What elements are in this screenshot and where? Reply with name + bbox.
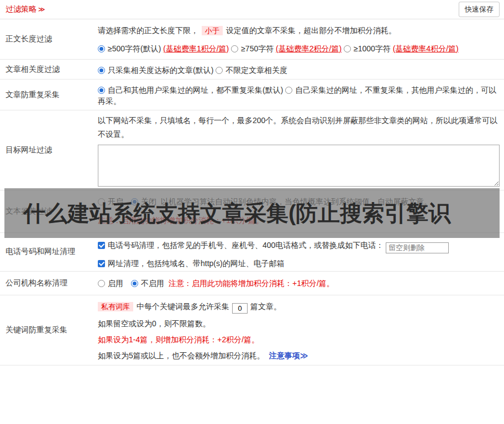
row-target-url: 目标网址过滤 以下网站不采集，只填域名，每行一个，最多200个。系统会自动识别并…: [0, 110, 504, 190]
body-length-intro: 请选择需求的正文长度下限，小于设定值的文章不采集，超出部分不增加积分消耗。: [98, 25, 500, 36]
keyword-limit-line2: 如果留空或设为0，则不限篇数。: [98, 318, 500, 330]
row-label-dedup: 文章防重复采集: [0, 80, 98, 110]
row-content-company-clean: 启用不启用注意：启用此功能将增加积分消耗：+1积分/篇。: [98, 272, 504, 295]
radio-option-750[interactable]: ≥750字符 (基础费率2积分/篇): [231, 44, 344, 53]
radio-label: ≥500字符(默认): [108, 44, 161, 53]
keyword-limit-line4: 如果设为5篇或以上，也不会额外增加积分消耗。注意事项≫: [98, 350, 500, 362]
row-content-target-url: 以下网站不采集，只填域名，每行一个，最多200个。系统会自动识别并屏蔽那些非文章…: [98, 110, 504, 190]
row-content-relevance: 只采集相关度达标的文章(默认) 不限定文章相关度: [98, 60, 504, 79]
radio-checked-icon[interactable]: [131, 280, 138, 287]
checkbox-option-url-clean[interactable]: 网址清理，包括纯域名、带http(s)的网址、电子邮箱: [98, 259, 285, 268]
keyword-limit-text-mid: 中每个关键词最多允许采集: [136, 302, 229, 311]
radio-option-500[interactable]: ≥500字符(默认) (基础费率1积分/篇): [98, 44, 231, 53]
radio-label: 不启用: [141, 279, 164, 288]
row-label-phone-url-clean: 电话号码和网址清理: [0, 233, 98, 271]
keyword-limit-line3: 如果设为1-4篇，则增加积分消耗：+2积分/篇。: [98, 334, 500, 346]
row-label-keyword-limit: 关键词防重复采集: [0, 295, 98, 365]
row-content-keyword-limit: 私有词库中每个关键词最多允许采集篇文章。 如果留空或设为0，则不限篇数。 如果设…: [98, 295, 504, 365]
radio-checked-icon[interactable]: [98, 45, 105, 52]
radio-option-relevance-strict[interactable]: 只采集相关度达标的文章(默认): [98, 66, 216, 75]
radio-option-company-disable[interactable]: 不启用: [131, 279, 164, 288]
checkbox-option-phone-clean[interactable]: 电话号码清理，包括常见的手机号、座机号、400电话格式，或替换成如下电话：: [98, 241, 384, 250]
keyword-limit-text-end: 篇文章。: [250, 302, 281, 311]
radio-unchecked-icon[interactable]: [231, 45, 238, 52]
row-dedup: 文章防重复采集 自己和其他用户采集过的网址，都不重复采集(默认) 自己采集过的网…: [0, 80, 504, 110]
fee-note: (基础费率4积分/篇): [393, 44, 459, 53]
row-content-phone-url-clean: 电话号码清理，包括常见的手机号、座机号、400电话格式，或替换成如下电话： 网址…: [98, 233, 504, 271]
intro-post: 设定值的文章不采集，超出部分不增加积分消耗。: [226, 26, 396, 35]
row-label-body-length: 正文长度过滤: [0, 19, 98, 59]
row-label-target-url: 目标网址过滤: [0, 110, 98, 190]
row-content-dedup: 自己和其他用户采集过的网址，都不重复采集(默认) 自己采集过的网址，不重复采集，…: [98, 80, 504, 110]
radio-option-1000[interactable]: ≥1000字符 (基础费率4积分/篇): [344, 44, 459, 53]
row-company-clean: 公司机构名称清理 启用不启用注意：启用此功能将增加积分消耗：+1积分/篇。: [0, 272, 504, 295]
keyword-count-input[interactable]: [232, 303, 248, 314]
radio-unchecked-icon[interactable]: [344, 45, 351, 52]
checkbox-checked-icon[interactable]: [98, 260, 105, 267]
row-relevance: 文章相关度过滤 只采集相关度达标的文章(默认) 不限定文章相关度: [0, 60, 504, 80]
row-body-length: 正文长度过滤 请选择需求的正文长度下限，小于设定值的文章不采集，超出部分不增加积…: [0, 19, 504, 60]
notes-link[interactable]: 注意事项≫: [269, 351, 308, 360]
keyword-limit-line4-text: 如果设为5篇或以上，也不会额外增加积分消耗。: [98, 351, 265, 360]
company-clean-note: 注意：启用此功能将增加积分消耗：+1积分/篇。: [169, 279, 334, 288]
overlay-banner-text: 什么建站系统支持文章采集(防止搜索引擎识: [4, 188, 450, 238]
quick-save-button[interactable]: 快速保存: [459, 2, 500, 17]
radio-label: 自己和其他用户采集过的网址，都不重复采集(默认): [108, 86, 283, 94]
filter-strategy-page: 过滤策略≫ 快速保存 正文长度过滤 请选择需求的正文长度下限，小于设定值的文章不…: [0, 0, 504, 424]
blocked-domains-textarea[interactable]: [98, 145, 500, 187]
url-clean-line: 网址清理，包括纯域名、带http(s)的网址、电子邮箱: [98, 258, 500, 269]
radio-unchecked-icon[interactable]: [285, 87, 292, 94]
keyword-limit-line1: 私有词库中每个关键词最多允许采集篇文章。: [98, 300, 500, 314]
fee-note: (基础费率2积分/篇): [276, 44, 342, 53]
row-label-company-clean: 公司机构名称清理: [0, 272, 98, 295]
less-than-chip: 小于: [202, 26, 223, 35]
page-title[interactable]: 过滤策略≫: [6, 4, 45, 14]
radio-checked-icon[interactable]: [98, 87, 105, 94]
row-content-body-length: 请选择需求的正文长度下限，小于设定值的文章不采集，超出部分不增加积分消耗。 ≥5…: [98, 19, 504, 59]
row-phone-url-clean: 电话号码和网址清理 电话号码清理，包括常见的手机号、座机号、400电话格式，或替…: [0, 233, 504, 272]
replacement-phone-input[interactable]: [386, 242, 449, 253]
radio-option-company-enable[interactable]: 启用: [98, 279, 123, 288]
fee-note: (基础费率1积分/篇): [163, 44, 229, 53]
overlay-banner: 什么建站系统支持文章采集(防止搜索引擎识: [4, 188, 500, 238]
row-keyword-limit: 关键词防重复采集 私有词库中每个关键词最多允许采集篇文章。 如果留空或设为0，则…: [0, 295, 504, 365]
radio-option-relevance-any[interactable]: 不限定文章相关度: [216, 66, 287, 75]
double-chevron-icon: ≫: [38, 6, 45, 13]
checkbox-label: 网址清理，包括纯域名、带http(s)的网址、电子邮箱: [108, 259, 285, 268]
radio-label: ≥750字符: [241, 44, 274, 53]
radio-label: 启用: [108, 279, 123, 288]
private-lexicon-chip: 私有词库: [98, 302, 133, 311]
row-label-relevance: 文章相关度过滤: [0, 60, 98, 79]
topbar: 过滤策略≫ 快速保存: [0, 0, 504, 19]
intro-pre: 请选择需求的正文长度下限，: [98, 26, 198, 35]
radio-label: 不限定文章相关度: [225, 66, 287, 75]
checkbox-checked-icon[interactable]: [98, 242, 105, 249]
radio-label: ≥1000字符: [354, 44, 391, 53]
radio-option-dedup-all[interactable]: 自己和其他用户采集过的网址，都不重复采集(默认): [98, 86, 285, 94]
phone-clean-line: 电话号码清理，包括常见的手机号、座机号、400电话格式，或替换成如下电话：: [98, 239, 500, 253]
radio-label: 只采集相关度达标的文章(默认): [108, 66, 213, 75]
radio-unchecked-icon[interactable]: [216, 67, 223, 74]
page-title-text: 过滤策略: [6, 4, 36, 13]
radio-unchecked-icon[interactable]: [98, 280, 105, 287]
checkbox-label: 电话号码清理，包括常见的手机号、座机号、400电话格式，或替换成如下电话：: [108, 241, 384, 250]
radio-checked-icon[interactable]: [98, 67, 105, 74]
target-url-desc: 以下网站不采集，只填域名，每行一个，最多200个。系统会自动识别并屏蔽那些非文章…: [98, 114, 500, 141]
